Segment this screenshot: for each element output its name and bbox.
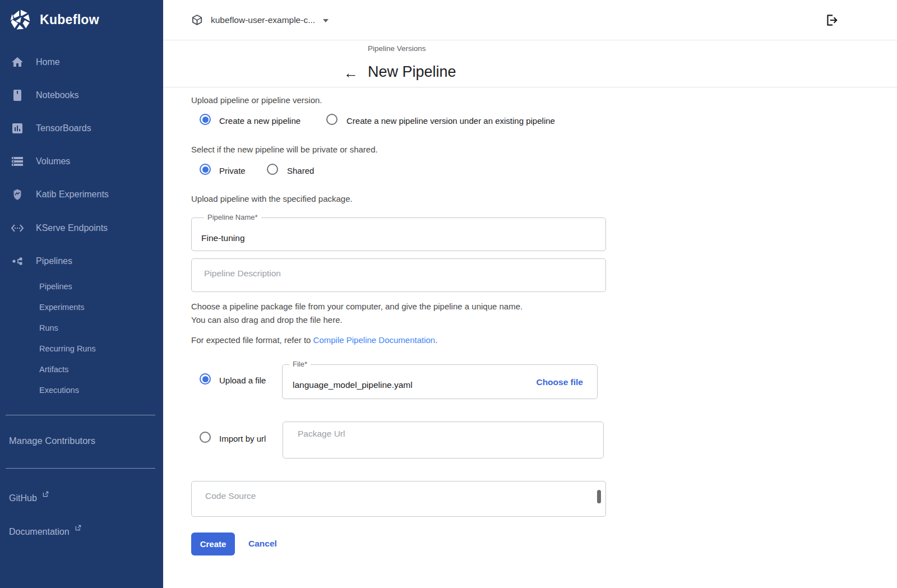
- pipeline-name-label: Pipeline Name*: [204, 213, 261, 221]
- hint-file-format: For expected file format, refer to Compi…: [191, 335, 437, 345]
- sidebar-item-kserve-endpoints[interactable]: KServe Endpoints: [0, 221, 163, 235]
- radio-shared-label[interactable]: Shared: [287, 166, 314, 175]
- code-source-field: [191, 481, 606, 517]
- radio-create-new-version-label[interactable]: Create a new pipeline version under an e…: [346, 116, 555, 126]
- sidebar-item-notebooks[interactable]: Notebooks: [0, 88, 163, 103]
- radio-create-new-pipeline[interactable]: [200, 114, 211, 125]
- radio-import-url[interactable]: [200, 432, 211, 443]
- main-content: Pipeline Versions ← New Pipeline Upload …: [163, 0, 897, 588]
- back-arrow-icon[interactable]: ←: [344, 64, 358, 82]
- storage-icon: [11, 155, 24, 168]
- hint-drag-drop: You can also drag and drop the file here…: [191, 315, 343, 325]
- external-link-icon: [43, 491, 49, 497]
- sidebar-item-volumes[interactable]: Volumes: [0, 154, 163, 169]
- radio-upload-file-label[interactable]: Upload a file: [219, 376, 266, 385]
- sidebar-item-home[interactable]: Home: [0, 55, 163, 70]
- file-label: File*: [289, 360, 311, 368]
- sidebar-item-manage-contributors[interactable]: Manage Contributors: [9, 436, 95, 446]
- header-divider: [163, 87, 897, 87]
- cancel-button[interactable]: Cancel: [248, 539, 277, 549]
- code-source-input[interactable]: [192, 481, 605, 516]
- sidebar-item-label: Notebooks: [36, 90, 79, 100]
- sidebar-divider: [6, 415, 155, 415]
- kubeflow-logo[interactable]: Kubeflow: [8, 7, 99, 32]
- documentation-link-label: Documentation: [9, 527, 70, 536]
- notebook-icon: [11, 89, 24, 102]
- radio-private[interactable]: [200, 164, 211, 175]
- sidebar: Kubeflow Home Notebooks TensorBoards Vol…: [0, 0, 163, 588]
- sidebar-link-documentation[interactable]: Documentation: [9, 525, 81, 537]
- scrollbar-thumb[interactable]: [597, 490, 601, 503]
- hint-format-prefix: For expected file format, refer to: [191, 335, 313, 345]
- sidebar-subitem-experiments[interactable]: Experiments: [39, 303, 85, 312]
- pipeline-description-input[interactable]: [192, 259, 605, 291]
- sidebar-subitem-pipelines[interactable]: Pipelines: [39, 282, 72, 291]
- create-button[interactable]: Create: [191, 533, 235, 555]
- pipeline-name-field: Pipeline Name*: [191, 217, 606, 251]
- compile-pipeline-documentation-link[interactable]: Compile Pipeline Documentation: [313, 335, 436, 345]
- pipeline-description-field: [191, 258, 606, 292]
- sidebar-item-label: Home: [36, 57, 60, 67]
- sidebar-item-label: Pipelines: [36, 256, 72, 266]
- external-link-icon: [75, 525, 81, 531]
- page-title: New Pipeline: [368, 63, 456, 81]
- radio-private-label[interactable]: Private: [219, 166, 246, 175]
- sidebar-item-label: KServe Endpoints: [36, 223, 108, 233]
- sidebar-subitem-recurring-runs[interactable]: Recurring Runs: [39, 344, 96, 353]
- sidebar-subitem-executions[interactable]: Executions: [39, 386, 79, 395]
- hint-choose-file: Choose a pipeline package file from your…: [191, 302, 523, 311]
- package-url-input[interactable]: [283, 422, 603, 458]
- section-package-label: Upload pipeline with the specified packa…: [191, 194, 353, 203]
- sidebar-item-label: TensorBoards: [36, 123, 91, 133]
- sidebar-item-pipelines[interactable]: Pipelines: [0, 254, 163, 268]
- hint-format-suffix: .: [435, 335, 437, 345]
- app-title: Kubeflow: [40, 12, 99, 27]
- section-visibility-label: Select if the new pipeline will be priva…: [191, 145, 378, 154]
- kubeflow-logo-icon: [8, 7, 33, 32]
- sidebar-item-tensorboards[interactable]: TensorBoards: [0, 121, 163, 136]
- pipelines-icon: [11, 254, 24, 268]
- file-field: File* Choose file: [282, 364, 598, 399]
- home-icon: [11, 55, 24, 69]
- radio-create-new-version[interactable]: [326, 114, 337, 125]
- github-link-label: GitHub: [9, 493, 37, 503]
- package-url-field: [283, 422, 604, 459]
- sidebar-divider: [6, 468, 155, 469]
- breadcrumb: Pipeline Versions: [368, 44, 426, 53]
- bar-chart-icon: [11, 122, 24, 135]
- sidebar-item-label: Volumes: [36, 156, 70, 166]
- choose-file-button[interactable]: Choose file: [536, 377, 583, 387]
- katib-icon: [11, 188, 24, 201]
- sidebar-subitem-runs[interactable]: Runs: [39, 323, 58, 332]
- sidebar-item-label: Katib Experiments: [36, 189, 109, 200]
- pipeline-name-input[interactable]: [192, 218, 605, 251]
- sidebar-subitem-artifacts[interactable]: Artifacts: [39, 365, 68, 374]
- sidebar-link-github[interactable]: GitHub: [9, 491, 49, 503]
- radio-shared[interactable]: [267, 164, 278, 175]
- section-upload-label: Upload pipeline or pipeline version.: [191, 95, 322, 105]
- radio-create-new-pipeline-label[interactable]: Create a new pipeline: [219, 116, 300, 126]
- radio-upload-file[interactable]: [200, 373, 211, 385]
- ethernet-arrows-icon: [11, 221, 24, 235]
- sidebar-item-katib-experiments[interactable]: Katib Experiments: [0, 187, 163, 202]
- radio-import-url-label[interactable]: Import by url: [219, 434, 266, 443]
